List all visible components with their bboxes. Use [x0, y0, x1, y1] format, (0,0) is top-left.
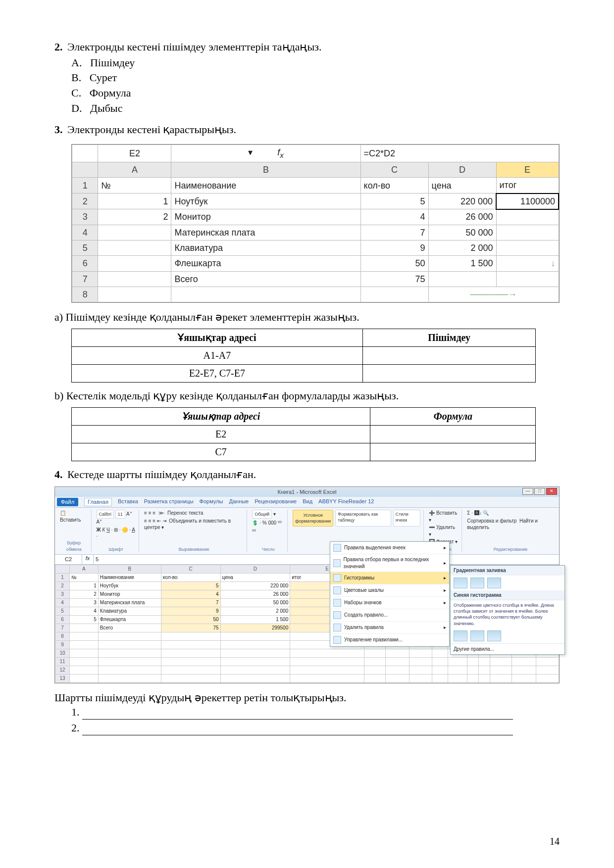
q3a-table: Ұяшықтар адресіПішімдеу A1-A7 E2-E7, C7-… — [71, 329, 536, 383]
menu-icon-sets: Наборы значков▸ — [330, 597, 449, 609]
q2-opt-c: C. Формула — [71, 86, 560, 100]
submenu-gradient-header: Градиентная заливка — [451, 566, 564, 576]
formula-value-excel: 5 — [94, 555, 559, 564]
tab-layout: Разметка страницы — [144, 498, 194, 506]
spreadsheet-q3: E2 ▾ fx =C2*D2 A B C D E 1 № Наименовани… — [71, 144, 560, 303]
group-editing: Σ · 🅰↓ 🔍 Сортировка и фильтр Найти и выд… — [464, 510, 557, 552]
table-row: 2 1 Ноутбук 5 220 000 1100000 — [72, 193, 559, 209]
q2-text: Электронды кестені пішімдеу элементтерін… — [67, 41, 321, 53]
q3b-table: Ұяшықтар адресіФормула E2 C7 — [71, 407, 536, 461]
fill-line-1: 1. — [71, 705, 560, 720]
data-bars-submenu: Градиентная заливка Синяя гистограмма От… — [450, 565, 565, 655]
menu-top-bottom: Правила отбора первых и последних значен… — [330, 554, 449, 572]
tab-home: Главная — [84, 498, 112, 506]
menu-color-scales: Цветовые шкалы▸ — [330, 584, 449, 597]
excel-screenshot: Книга1 - Microsoft Excel — □ ✕ Файл Глав… — [54, 486, 560, 683]
fx-icon: fx — [82, 555, 94, 564]
table-row: 11 — [55, 657, 559, 666]
submenu-desc: Отображение цветного столбца в ячейке. Д… — [451, 600, 564, 628]
title-bar: Книга1 - Microsoft Excel — □ ✕ — [55, 487, 559, 497]
tab-insert: Вставка — [118, 498, 138, 506]
q2-number: 2. — [54, 41, 63, 53]
table-row: 6 Флешкарта 50 1 500 ↓ — [72, 256, 559, 271]
q3-text: Электронды кестені қарастырыңыз. — [67, 123, 236, 136]
formula-bar: E2 ▾ fx =C2*D2 — [72, 145, 559, 162]
q2-opt-d: D. Дыбыс — [71, 101, 560, 116]
group-align: ≡ ≡ ≡ ≫· Перенос текста ≡ ≡ ≡ ⇤ ⇥ Объеди… — [141, 510, 247, 552]
cond-format-button: Условное форматирование — [293, 510, 333, 527]
wrap-text: Перенос текста — [167, 510, 203, 516]
table-row: 8 ──────→ — [72, 287, 559, 302]
table-row: 5 Клавиатура 9 2 000 — [72, 240, 559, 255]
group-number: Общий ▾ 💲 · % 000 ⁰⁰ ₀₀ Число — [249, 510, 288, 552]
menu-highlight-rules: Правила выделения ячеек▸ — [330, 542, 449, 554]
solid-swatches — [451, 628, 564, 643]
group-font: Calibri 11 A˄ A˅ Ж К Ч · ⊞ · 🟡 · A · Шри… — [94, 510, 140, 552]
tab-data: Данные — [229, 498, 249, 506]
close-icon: ✕ — [546, 488, 557, 495]
question-4: 4. Кестеде шартты пішімдеу қолданылған. … — [54, 467, 560, 735]
tab-view: Вид — [303, 498, 312, 506]
page-number: 14 — [550, 835, 560, 848]
menu-clear-rules: Удалить правила▸ — [330, 622, 449, 634]
maximize-icon: □ — [534, 488, 545, 495]
q4-text: Кестеде шартты пішімдеу қолданылған. — [67, 468, 256, 481]
formula-value: =C2*D2 — [360, 145, 559, 162]
minimize-icon: — — [522, 488, 533, 495]
q3-number: 3. — [54, 123, 63, 136]
ribbon: 📋 Вставить Буфер обмена Calibri 11 A˄ A˅… — [55, 508, 559, 555]
name-box-excel: C2 — [55, 555, 82, 564]
cell-styles: Стили ячеек — [393, 510, 420, 527]
menu-data-bars: Гистограммы▸ — [330, 572, 449, 584]
question-2: 2. Электронды кестені пішімдеу элементте… — [54, 40, 560, 115]
q3a-label: a) Пішімдеу кезінде қолданылған әрекет э… — [54, 310, 560, 325]
menu-manage-rules: Управление правилами... — [330, 634, 449, 646]
table-row: 12 — [55, 666, 559, 674]
table-row: 1 № Наименование кол-во цена итог — [72, 178, 559, 193]
submenu-other-rules: Другие правила... — [451, 643, 564, 655]
formula-bar-excel: C2 fx 5 — [55, 555, 559, 565]
q2-opt-b: B. Сурет — [71, 70, 560, 85]
submenu-blue-header: Синяя гистограмма — [451, 590, 564, 600]
fx-icon: fx — [277, 147, 284, 157]
tab-formulas: Формулы — [200, 498, 223, 506]
fill-handle-icon: ↓ — [496, 256, 559, 271]
question-3: 3. Электронды кестені қарастырыңыз. E2 ▾… — [54, 122, 560, 461]
table-row: 7 Всего 75 — [72, 271, 559, 287]
q2-opt-a: A. Пішімдеу — [71, 55, 560, 70]
cond-format-menu: Правила выделения ячеек▸ Правила отбора … — [330, 541, 450, 647]
fill-line-2: 2. — [71, 721, 560, 735]
arrow-right-icon: ──────→ — [428, 287, 559, 302]
q3b-label: b) Кестелік модельді құру кезінде қолдан… — [54, 388, 560, 403]
table-row: 13 — [55, 674, 559, 682]
tab-abbyy: ABBYY FineReader 12 — [318, 498, 374, 506]
table-row: 3 2 Монитор 4 26 000 — [72, 209, 559, 225]
tab-review: Рецензирование — [255, 498, 297, 506]
q2-options: A. Пішімдеу B. Сурет C. Формула D. Дыбыс — [71, 55, 560, 116]
menu-new-rule: Создать правило... — [330, 609, 449, 622]
q4-number: 4. — [54, 468, 63, 481]
q4-post: Шартты пішімдеуді құрудың әрекеттер реті… — [54, 690, 560, 705]
merge-center: Объединить и поместить в центре — [144, 518, 231, 530]
window-buttons: — □ ✕ — [522, 488, 557, 495]
col-header-row: A B C D E — [72, 162, 559, 177]
name-box: E2 — [98, 145, 171, 162]
table-row: 4 Материнская плата 7 50 000 — [72, 225, 559, 240]
gradient-swatches — [451, 576, 564, 590]
format-as-table: Форматировать как таблицу — [335, 510, 391, 527]
tab-file: Файл — [57, 498, 78, 506]
group-clipboard: 📋 Вставить Буфер обмена — [57, 510, 92, 552]
ribbon-tabs: Файл Главная Вставка Разметка страницы Ф… — [55, 497, 559, 508]
